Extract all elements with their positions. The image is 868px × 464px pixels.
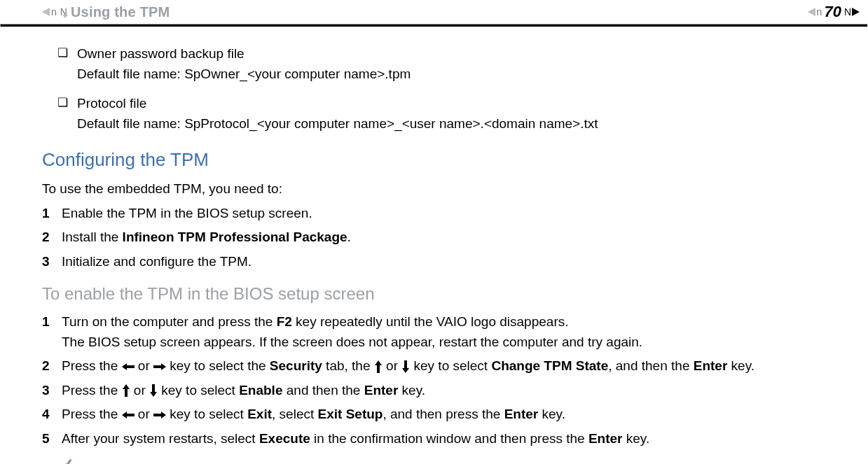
step-item: Turn on the computer and press the F2 ke… [42,312,826,352]
step-item: Enable the TPM in the BIOS setup screen. [42,204,826,224]
arrow-left-icon [122,411,135,419]
step-text: key. [538,407,565,421]
step-text: or [135,407,153,421]
step-text: and then the [282,383,364,398]
step-bold: Exit [247,407,272,421]
step-text: tab, the [322,358,374,373]
step-text: key to select [166,407,247,421]
step-bold: Enter [694,358,728,373]
list-item: Protocol file Default file name: SpProto… [57,94,826,134]
step-text: Turn on the computer and press the [62,314,277,329]
arrow-up-icon [374,360,383,373]
step-text: in the confirmation window and then pres… [310,431,588,446]
heading-configuring: Configuring the TPM [42,146,826,174]
step-text: key. [623,431,650,446]
svg-marker-1 [153,363,166,370]
step-item: Press the or key to select Exit, select … [42,405,826,425]
step-text: or [135,358,153,373]
note-block: ✍ You can also disable the TPM and clear… [57,456,826,464]
step-item: Install the Infineon TPM Professional Pa… [42,227,826,248]
step-text: , and then press the [383,407,504,421]
svg-marker-5 [150,384,157,397]
breadcrumb: Using the TPM [71,4,170,20]
list-item: Owner password backup file Default file … [57,44,826,84]
step-text: key. [727,358,755,373]
step-text: key to select [410,358,491,373]
nav-prev-icon: n [42,6,56,17]
step-text: The BIOS setup screen appears. If the sc… [62,335,642,349]
step-text: Press the [62,358,122,373]
svg-marker-6 [122,412,135,419]
bullet-title: Owner password backup file [77,44,826,64]
step-bold: Exit Setup [318,407,383,421]
step-text: After your system restarts, select [62,431,259,446]
page-header: n N Using the TPM n 70 N [0,0,868,24]
step-bold: F2 [277,314,292,329]
step-bold: Enter [504,407,539,421]
step-text: Press the [62,407,122,421]
arrow-up-icon [122,384,130,397]
arrow-down-icon [401,360,410,373]
step-text: or [130,383,149,398]
step-item: Initialize and configure the TPM. [42,252,826,272]
bullet-title: Protocol file [77,94,826,114]
page-content: Owner password backup file Default file … [0,27,868,464]
step-text: , and then the [608,358,694,373]
step-text: key to select [158,383,239,398]
step-bold: Execute [259,431,310,446]
step-item: Press the or key to select Enable and th… [42,381,826,401]
document-page: n N Using the TPM n 70 N Owner password … [0,0,868,464]
bullet-sub: Default file name: SpProtocol_<your comp… [77,114,826,134]
steps-configure: Enable the TPM in the BIOS setup screen.… [42,204,826,272]
bullet-list: Owner password backup file Default file … [57,44,826,134]
heading-enable-bios: To enable the TPM in the BIOS setup scre… [42,281,826,307]
page-number: 70 [824,3,841,21]
svg-marker-2 [375,360,382,373]
intro-para: To use the embedded TPM, you need to: [42,179,826,199]
svg-marker-7 [153,412,166,419]
step-bold: Enable [239,383,282,398]
svg-marker-4 [123,384,130,397]
svg-marker-3 [402,360,409,373]
step-text: key to select the [166,358,270,373]
step-text: , select [272,407,317,421]
nav-prev2-icon: n [808,6,822,17]
arrow-down-icon [149,384,158,397]
svg-marker-0 [122,363,135,370]
bullet-sub: Default file name: SpOwner_<your compute… [77,64,826,85]
step-text: Install the [62,230,123,244]
nav-anchor-icon: N [60,6,67,17]
header-left: n N Using the TPM [42,4,170,20]
step-bold: Infineon TPM Professional Package [123,230,347,244]
steps-enable: Turn on the computer and press the F2 ke… [42,312,826,449]
arrow-right-icon [153,363,166,371]
step-bold: Change TPM State [491,358,608,373]
step-bold: Enter [588,431,623,446]
arrow-right-icon [153,411,166,419]
step-text: . [347,230,351,244]
step-text: Enable the TPM in the BIOS setup screen. [62,206,312,220]
header-right: n 70 N [808,3,860,21]
nav-next-icon: N [844,6,860,17]
step-text: Initialize and configure the TPM. [62,254,252,269]
arrow-left-icon [122,363,135,371]
step-item: After your system restarts, select Execu… [42,429,826,449]
step-text: key repeatedly until the VAIO logo disap… [292,314,569,329]
note-icon: ✍ [57,456,826,464]
step-bold: Enter [364,383,399,398]
step-text: Press the [62,383,122,398]
step-text: or [383,358,401,373]
step-item: Press the or key to select the Security … [42,356,826,377]
step-bold: Security [270,358,322,373]
step-text: key. [398,383,425,398]
